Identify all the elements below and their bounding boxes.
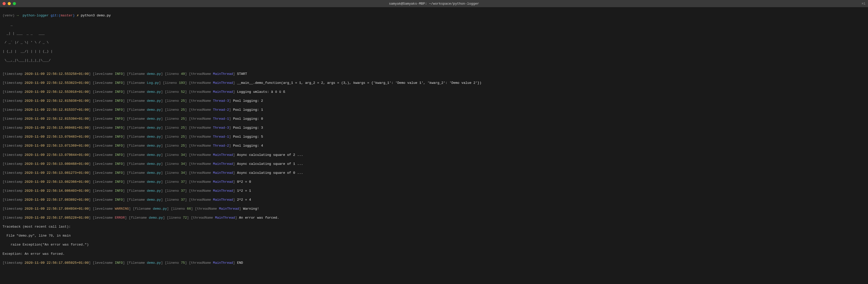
bracket: [ — [3, 144, 5, 148]
lvl-label: levelname — [95, 171, 115, 175]
log-line: [timestamp 2020-11-09 22:56:13.082366+01… — [3, 180, 865, 184]
bracket: ] — [229, 108, 231, 112]
bracket: [ — [189, 99, 191, 103]
file-label: filename — [129, 162, 147, 166]
lvl-label: levelname — [95, 108, 115, 112]
lvl-value: WARNING — [115, 207, 129, 211]
bracket: [ — [93, 162, 95, 166]
terminal-body[interactable]: (venv) → python-logger git:(master) ✗ py… — [0, 7, 868, 277]
bracket: [ — [93, 198, 95, 202]
lvl-value: INFO — [115, 99, 123, 103]
bracket: ] — [159, 81, 161, 85]
bracket: [ — [189, 180, 191, 184]
ascii-art-line: | (_| | __/| | | | (_) | — [3, 49, 865, 54]
bracket: ] — [125, 216, 127, 220]
bracket: ] — [161, 261, 163, 265]
typed-command: python3 demo.py — [81, 13, 111, 17]
shell-prompt: (venv) → python-logger git:(master) ✗ py… — [3, 13, 865, 18]
ts-label: timestamp — [5, 207, 25, 211]
prompt-directory: python-logger — [23, 13, 49, 17]
bracket: [ — [189, 81, 191, 85]
lineno-label: lineno — [167, 261, 181, 265]
lineno-label: lineno — [167, 144, 181, 148]
log-message: Warning! — [243, 207, 259, 211]
close-window-button[interactable] — [3, 2, 6, 5]
ts-label: timestamp — [5, 216, 25, 220]
file-value: demo.py — [153, 207, 167, 211]
traceback-line: Traceback (most recent call last): — [3, 224, 865, 229]
file-value: demo.py — [149, 216, 163, 220]
bracket: ] — [89, 207, 91, 211]
log-line: [timestamp 2020-11-09 22:56:12.553918+01… — [3, 90, 865, 94]
log-line: [timestamp 2020-11-09 22:56:17.083892+01… — [3, 198, 865, 202]
bracket: [ — [165, 162, 167, 166]
log-message: Async calculating square of 2 ... — [237, 153, 303, 157]
thread-label: threadName — [191, 108, 213, 112]
lineno-label: lineno — [165, 81, 179, 85]
bracket: ] — [239, 207, 241, 211]
file-label: filename — [129, 72, 147, 76]
bracket: [ — [3, 171, 5, 175]
bracket: [ — [93, 72, 95, 76]
bracket: ] — [185, 171, 187, 175]
thread-label: threadName — [191, 135, 213, 139]
lineno-label: lineno — [167, 162, 181, 166]
bracket: ] — [185, 90, 187, 94]
bracket: ] — [185, 180, 187, 184]
ts-value: 2020-11-09 22:56:13.070483+01:00 — [25, 135, 89, 139]
minimize-window-button[interactable] — [8, 2, 11, 5]
log-message: END — [237, 261, 243, 265]
lvl-label: levelname — [95, 216, 115, 220]
lineno-value: 52 — [181, 90, 185, 94]
bracket: [ — [127, 180, 129, 184]
log-line: [timestamp 2020-11-09 22:56:12.815337+01… — [3, 108, 865, 112]
thread-label: threadName — [191, 162, 213, 166]
thread-label: threadName — [191, 117, 213, 121]
bracket: [ — [3, 198, 5, 202]
file-label: filename — [129, 81, 147, 85]
ts-value: 2020-11-09 22:56:17.083892+01:00 — [25, 198, 89, 202]
lineno-value: 66 — [187, 207, 191, 211]
ts-label: timestamp — [5, 117, 25, 121]
file-label: filename — [129, 135, 147, 139]
bracket: [ — [127, 108, 129, 112]
thread-value: MainThread — [213, 72, 233, 76]
maximize-window-button[interactable] — [13, 2, 16, 5]
bracket: ] — [233, 162, 235, 166]
lineno-value: 25 — [181, 117, 185, 121]
bracket: [ — [189, 153, 191, 157]
bracket: ] — [129, 207, 131, 211]
bracket: ] — [123, 108, 125, 112]
lineno-label: lineno — [167, 135, 181, 139]
lineno-value: 75 — [181, 261, 185, 265]
lvl-value: INFO — [115, 198, 123, 202]
bracket: [ — [93, 99, 95, 103]
bracket: [ — [127, 126, 129, 130]
bracket: ] — [233, 198, 235, 202]
thread-value: MainThread — [215, 216, 235, 220]
bracket: ] — [161, 162, 163, 166]
bracket: ] — [161, 198, 163, 202]
lvl-label: levelname — [95, 207, 115, 211]
lvl-label: levelname — [95, 198, 115, 202]
lineno-label: lineno — [167, 198, 181, 202]
bracket: ] — [185, 81, 187, 85]
bracket: [ — [3, 135, 5, 139]
bracket: [ — [189, 72, 191, 76]
lineno-label: lineno — [167, 171, 181, 175]
thread-value: MainThread — [213, 171, 233, 175]
file-label: filename — [129, 153, 147, 157]
bracket: ] — [89, 81, 91, 85]
bracket: ] — [123, 171, 125, 175]
lineno-label: lineno — [169, 216, 183, 220]
bracket: [ — [3, 261, 5, 265]
git-dirty-icon: ✗ — [77, 13, 79, 17]
ts-value: 2020-11-09 22:56:12.553258+01:00 — [25, 72, 89, 76]
lvl-value: INFO — [115, 90, 123, 94]
lineno-label: lineno — [167, 108, 181, 112]
bracket: ] — [233, 189, 235, 193]
ts-value: 2020-11-09 22:56:12.815038+01:00 — [25, 99, 89, 103]
bracket: ] — [233, 171, 235, 175]
lineno-label: lineno — [167, 117, 181, 121]
ts-label: timestamp — [5, 126, 25, 130]
